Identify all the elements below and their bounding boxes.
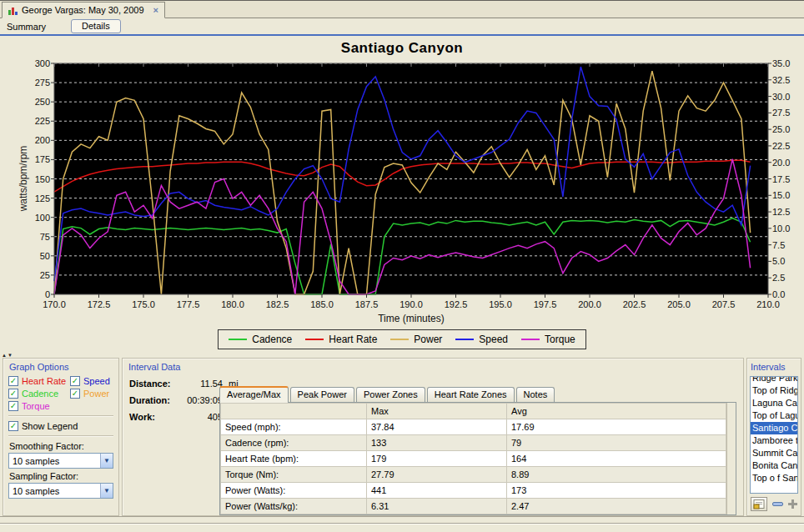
y-left-tick-label: 300 xyxy=(15,58,50,68)
collapse-down-icon[interactable]: ▼ xyxy=(8,353,13,358)
y-right-tick-label: 0.0 xyxy=(772,289,804,299)
table-header: Avg xyxy=(507,404,726,419)
panel-title: Intervals xyxy=(751,362,798,372)
details-button[interactable]: Details xyxy=(71,19,121,33)
legend-swatch xyxy=(455,339,474,340)
legend-item: Cadence xyxy=(229,334,292,345)
x-tick-label: 190.0 xyxy=(393,299,430,309)
document-tab[interactable]: George Vargas: May 30, 2009 × xyxy=(2,2,165,18)
y-left-tick-label: 200 xyxy=(15,135,50,145)
tab-average-max[interactable]: Average/Max xyxy=(219,386,289,403)
tab-heart-rate-zones[interactable]: Heart Rate Zones xyxy=(427,387,515,402)
interval-item[interactable]: Jamboree to ... xyxy=(751,434,797,447)
x-tick-label: 182.5 xyxy=(259,299,296,309)
x-tick-label: 207.5 xyxy=(706,299,742,309)
y-left-tick-label: 50 xyxy=(15,251,50,261)
y-right-tick-label: 5.0 xyxy=(772,256,804,266)
x-tick-label: 172.5 xyxy=(81,299,118,309)
y-left-tick-label: 100 xyxy=(15,213,50,223)
x-tick-label: 180.0 xyxy=(214,299,251,309)
table-row: Torque (Nm):27.798.89 xyxy=(221,467,726,483)
checkbox-torque[interactable]: ✓Torque xyxy=(8,401,70,411)
x-tick-label: 195.0 xyxy=(482,299,519,309)
table-row: Cadence (rpm):13379 xyxy=(221,435,726,451)
rename-interval-button[interactable] xyxy=(751,497,767,511)
checkbox-power[interactable]: ✓Power xyxy=(70,389,113,399)
interval-item[interactable]: Top of Lagun... xyxy=(751,409,797,422)
interval-item[interactable]: Top of Ridge xyxy=(751,384,797,397)
x-tick-label: 202.5 xyxy=(616,299,653,309)
legend-item: Power xyxy=(390,334,442,345)
stat: Distance: xyxy=(129,379,181,389)
interval-item[interactable]: Santiago Can... xyxy=(751,422,797,434)
collapse-up-icon[interactable]: ▲ xyxy=(2,353,7,358)
y-right-tick-label: 2.5 xyxy=(772,273,804,283)
x-tick-label: 192.5 xyxy=(438,299,475,309)
interval-item[interactable]: Bonita Canyon xyxy=(751,459,797,472)
y-left-tick-label: 25 xyxy=(15,270,50,280)
checkbox-cadence[interactable]: ✓Cadence xyxy=(8,389,70,399)
chart-icon xyxy=(8,6,18,15)
y-right-tick-label: 22.5 xyxy=(772,141,804,151)
x-tick-label: 200.0 xyxy=(571,299,608,309)
show-legend-checkbox[interactable]: ✓ Show Legend xyxy=(8,421,113,431)
table-row: Power (Watts/kg):6.312.47 xyxy=(221,499,726,514)
tab-notes[interactable]: Notes xyxy=(516,387,555,402)
checkbox-speed[interactable]: ✓Speed xyxy=(70,376,113,386)
y-left-tick-label: 275 xyxy=(15,78,50,88)
table-header: Max xyxy=(367,404,507,419)
add-interval-button[interactable] xyxy=(788,499,797,509)
table-row: Speed (mph):37.8417.69 xyxy=(221,419,726,435)
legend-item: Torque xyxy=(521,334,575,345)
table-row: Power (Watts):441173 xyxy=(221,483,726,499)
y-right-tick-label: 30.0 xyxy=(772,92,804,102)
chart-legend: CadenceHeart RatePowerSpeedTorque xyxy=(0,329,804,349)
y-right-tick-label: 32.5 xyxy=(772,75,804,85)
y-left-tick-label: 0 xyxy=(15,289,50,299)
y-left-tick-label: 75 xyxy=(15,232,50,242)
app-window: George Vargas: May 30, 2009 × Summary De… xyxy=(0,0,804,532)
stat: 405 xyxy=(181,412,223,422)
y-right-tick-label: 35.0 xyxy=(772,58,804,68)
scrollbar[interactable] xyxy=(726,403,736,514)
chevron-down-icon[interactable]: ▼ xyxy=(100,454,113,468)
y-left-tick-label: 225 xyxy=(15,116,50,126)
chevron-down-icon[interactable]: ▼ xyxy=(100,484,113,498)
legend-swatch xyxy=(229,339,247,340)
stat: 00:39:09 xyxy=(181,395,223,405)
status-bar xyxy=(0,516,804,532)
sampling-select[interactable]: 10 samples ▼ xyxy=(8,483,113,499)
interval-item[interactable]: Top o f San J... xyxy=(751,472,797,484)
interval-item[interactable]: Ridge Park xyxy=(751,376,797,384)
tab-peak-power[interactable]: Peak Power xyxy=(290,387,354,402)
splitter-handle[interactable]: ▲ ▼ xyxy=(0,352,804,358)
y-right-tick-label: 15.0 xyxy=(772,190,804,200)
remove-interval-button[interactable] xyxy=(772,502,783,506)
x-tick-label: 175.0 xyxy=(125,299,162,309)
intervals-list[interactable]: Ridge ParkTop of RidgeLaguna CanyonTop o… xyxy=(750,376,798,494)
graph-options-panel: Graph Options ✓Heart Rate✓Speed✓Cadence✓… xyxy=(3,358,119,516)
smoothing-select[interactable]: 10 samples ▼ xyxy=(8,453,113,469)
divider xyxy=(0,523,804,524)
divider xyxy=(8,415,113,417)
x-tick-label: 187.5 xyxy=(349,299,385,309)
checkbox-icon: ✓ xyxy=(70,376,80,386)
y-right-tick-label: 27.5 xyxy=(772,108,804,118)
checkbox-icon: ✓ xyxy=(8,421,18,431)
checkbox-heart-rate[interactable]: ✓Heart Rate xyxy=(8,376,70,386)
panel-title: Interval Data xyxy=(128,362,738,372)
tab-power-zones[interactable]: Power Zones xyxy=(356,387,425,402)
avg-max-table: MaxAvgSpeed (mph):37.8417.69Cadence (rpm… xyxy=(219,402,736,515)
summary-link[interactable]: Summary xyxy=(7,22,46,32)
x-tick-label: 170.0 xyxy=(36,299,73,309)
interval-item[interactable]: Laguna Canyon xyxy=(751,397,797,409)
intervals-panel: Intervals Ridge ParkTop of RidgeLaguna C… xyxy=(746,358,801,516)
checkbox-icon: ✓ xyxy=(8,376,18,386)
interval-item[interactable]: Summit Calle ... xyxy=(751,447,797,459)
close-icon[interactable]: × xyxy=(153,5,158,15)
y-right-tick-label: 20.0 xyxy=(772,158,804,168)
view-toggle-bar: Summary Details xyxy=(0,18,804,34)
tab-title: George Vargas: May 30, 2009 xyxy=(22,5,144,15)
table-row: Heart Rate (bpm):179164 xyxy=(221,451,726,467)
panel-title: Graph Options xyxy=(9,362,113,372)
